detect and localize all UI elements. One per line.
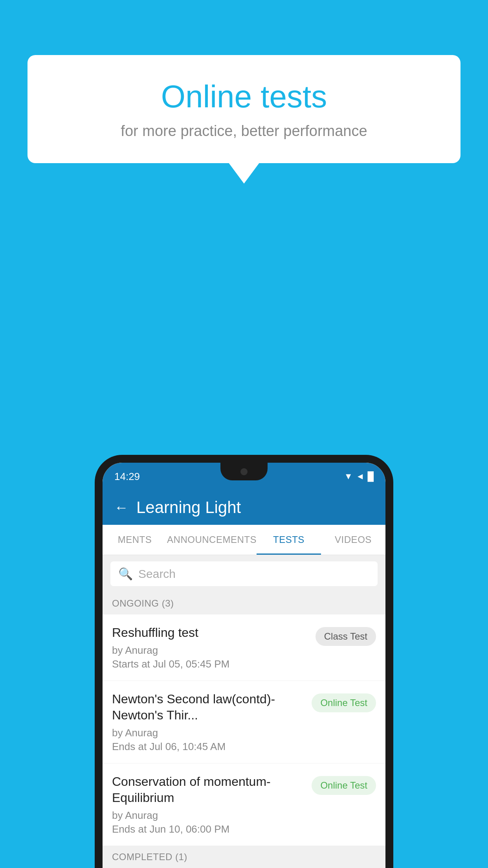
battery-icon: █: [367, 471, 374, 482]
search-bar-container: 🔍 Search: [103, 555, 385, 592]
status-time: 14:29: [114, 471, 140, 483]
status-bar: 14:29 ▼ ◄ █: [103, 463, 385, 490]
test-item-2[interactable]: Newton's Second law(contd)-Newton's Thir…: [103, 681, 385, 763]
test-item-3[interactable]: Conservation of momentum-Equilibrium by …: [103, 763, 385, 846]
notch: [220, 463, 268, 480]
phone-body: 14:29 ▼ ◄ █ ← Learning Light MENTS: [95, 455, 393, 868]
app-header: ← Learning Light: [103, 490, 385, 525]
section-completed-header: COMPLETED (1): [103, 846, 385, 868]
tab-videos[interactable]: VIDEOS: [321, 525, 385, 555]
test-info-2: Newton's Second law(contd)-Newton's Thir…: [112, 691, 304, 753]
test-by-2: by Anurag: [112, 727, 304, 739]
phone-screen: 14:29 ▼ ◄ █ ← Learning Light MENTS: [103, 463, 385, 868]
section-ongoing-header: ONGOING (3): [103, 592, 385, 614]
test-info-1: Reshuffling test by Anurag Starts at Jul…: [112, 625, 308, 670]
test-list: Reshuffling test by Anurag Starts at Jul…: [103, 614, 385, 846]
tab-tests[interactable]: TESTS: [257, 525, 321, 555]
test-date-1: Starts at Jul 05, 05:45 PM: [112, 658, 308, 670]
test-info-3: Conservation of momentum-Equilibrium by …: [112, 774, 304, 835]
test-by-1: by Anurag: [112, 644, 308, 657]
signal-icon: ◄: [356, 471, 365, 482]
search-bar[interactable]: 🔍 Search: [110, 561, 378, 586]
search-icon: 🔍: [118, 567, 133, 581]
test-name-1: Reshuffling test: [112, 625, 308, 641]
test-name-2: Newton's Second law(contd)-Newton's Thir…: [112, 691, 304, 724]
test-badge-1: Class Test: [316, 627, 376, 646]
tab-announcements[interactable]: ANNOUNCEMENTS: [167, 525, 257, 555]
tab-ments[interactable]: MENTS: [103, 525, 167, 555]
test-date-2: Ends at Jul 06, 10:45 AM: [112, 741, 304, 753]
test-badge-2: Online Test: [312, 693, 376, 712]
search-placeholder: Search: [138, 567, 176, 581]
app-title: Learning Light: [136, 498, 241, 517]
test-badge-3: Online Test: [312, 776, 376, 795]
bubble-title: Online tests: [59, 79, 429, 115]
bubble-subtitle: for more practice, better performance: [59, 123, 429, 140]
test-item-1[interactable]: Reshuffling test by Anurag Starts at Jul…: [103, 614, 385, 681]
speech-bubble: Online tests for more practice, better p…: [28, 55, 460, 163]
test-name-3: Conservation of momentum-Equilibrium: [112, 774, 304, 806]
status-icons: ▼ ◄ █: [344, 471, 374, 482]
test-by-3: by Anurag: [112, 809, 304, 822]
test-date-3: Ends at Jun 10, 06:00 PM: [112, 823, 304, 835]
wifi-icon: ▼: [344, 471, 353, 482]
camera: [240, 468, 248, 475]
speech-bubble-container: Online tests for more practice, better p…: [28, 55, 460, 163]
tab-bar: MENTS ANNOUNCEMENTS TESTS VIDEOS: [103, 525, 385, 555]
back-button[interactable]: ←: [114, 500, 128, 515]
phone-frame: 14:29 ▼ ◄ █ ← Learning Light MENTS: [95, 455, 393, 868]
